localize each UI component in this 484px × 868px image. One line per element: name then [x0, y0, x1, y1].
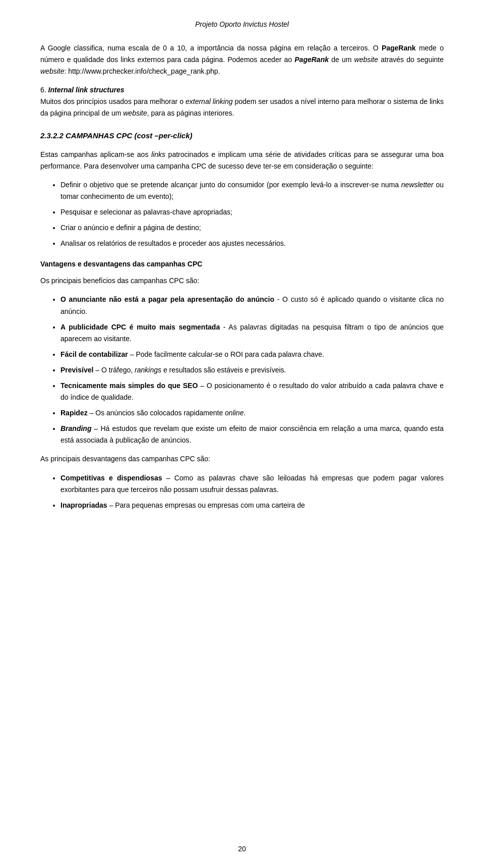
list-item: Definir o objetivo que se pretende alcan… [60, 179, 444, 202]
desvantagem-bold-2: Inapropriadas [60, 501, 107, 509]
pagerank-bold-2: PageRank [294, 56, 329, 64]
external-linking-italic: external linking [186, 97, 233, 105]
subsection-title: 2.3.2.2 CAMPANHAS CPC (cost –per-click) [40, 130, 444, 142]
list-item: Branding – Há estudos que revelam que ex… [60, 423, 444, 446]
newsletter-italic: newsletter [401, 181, 434, 189]
online-italic: online [225, 409, 244, 417]
vantagem-rest-4b: e resultados são estáveis e previsíveis. [161, 366, 286, 374]
page: Projeto Oporto Invictus Hostel A Google … [0, 0, 484, 868]
desvantagem-bold-1: Competitivas e dispendiosas [60, 474, 162, 482]
intro-text-3: de um [329, 56, 354, 64]
intro-paragraph: A Google classifica, numa escala de 0 a … [40, 42, 444, 77]
vantagem-bold-2: A publicidade CPC é muito mais segmentad… [60, 323, 220, 331]
vantagem-rest-3: – Pode facilmente calcular-se o ROI para… [128, 350, 324, 358]
desvantagem-rest-2: – Para pequenas empresas ou empresas com… [107, 501, 305, 509]
vantagem-bold-4: Previsível [60, 366, 93, 374]
section-body-text-3: , para as páginas interiores. [147, 109, 234, 117]
list-item: Criar o anúncio e definir a página de de… [60, 222, 444, 234]
vantagem-bold-5: Tecnicamente mais simples do que SEO [60, 382, 198, 390]
campanhas-intro-paragraph: Estas campanhas aplicam-se aos links pat… [40, 149, 444, 172]
vantagem-bold-1: O anunciante não está a pagar pela apres… [60, 295, 274, 303]
desvantagens-list: Competitivas e dispendiosas – Como as pa… [60, 472, 444, 511]
list-item: Competitivas e dispendiosas – Como as pa… [60, 472, 444, 496]
vantagem-bold-6: Rapidez [60, 409, 88, 417]
pagerank-bold-1: PageRank [382, 44, 416, 52]
rankings-italic: rankings [135, 366, 161, 374]
content-area: A Google classifica, numa escala de 0 a … [40, 42, 444, 511]
links-italic: links [151, 150, 165, 158]
campanhas-bullet-list: Definir o objetivo que se pretende alcan… [60, 179, 444, 249]
list-item: A publicidade CPC é muito mais segmentad… [60, 321, 444, 345]
list-item: Previsível – O tráfego, rankings e resul… [60, 364, 444, 376]
section-number: 6. [40, 86, 48, 94]
intro-text-4: através do seguinte [378, 56, 444, 64]
vantagens-list: O anunciante não está a pagar pela apres… [60, 294, 444, 446]
list-item: Tecnicamente mais simples do que SEO – O… [60, 380, 444, 403]
desvantagens-intro: As principais desvantagens das campanhas… [40, 453, 444, 465]
vantagem-rest-7: – Há estudos que revelam que existe um e… [60, 424, 444, 444]
list-item: Analisar os relatórios de resultados e p… [60, 238, 444, 249]
list-item: Inapropriadas – Para pequenas empresas o… [60, 500, 444, 511]
list-item: Pesquisar e selecionar as palavras-chave… [60, 206, 444, 218]
intro-text-1: A Google classifica, numa escala de 0 a … [40, 44, 382, 52]
vantagem-rest-4: – O tráfego, [93, 366, 135, 374]
vantagem-rest-6: – Os anúncios são colocados rapidamente [88, 409, 225, 417]
vantagens-intro: Os principais benefícios das campanhas C… [40, 275, 444, 287]
list-item: Rapidez – Os anúncios são colocados rapi… [60, 407, 444, 419]
page-title: Projeto Oporto Invictus Hostel [40, 20, 444, 28]
section-heading: Internal link structures [48, 86, 125, 94]
intro-text-5: : http://www.prchecker.info/check_page_r… [64, 67, 220, 75]
vantagem-rest-6b: . [244, 409, 246, 417]
section-body-text: Muitos dos princípios usados para melhor… [40, 97, 186, 105]
bullet-text-3: Criar o anúncio e definir a página de de… [60, 224, 201, 232]
list-item: O anunciante não está a pagar pela apres… [60, 294, 444, 317]
website-italic-1: website [354, 56, 378, 64]
vantagem-bold-7: Branding [60, 424, 91, 432]
website-italic-3: website [123, 109, 147, 117]
website-italic-2: website [40, 67, 64, 75]
vantagem-bold-3: Fácil de contabilizar [60, 350, 128, 358]
campanhas-text-1: Estas campanhas aplicam-se aos [40, 150, 151, 158]
vantagens-heading: Vantagens e desvantagens das campanhas C… [40, 258, 444, 270]
bullet-text-4: Analisar os relatórios de resultados e p… [60, 239, 286, 247]
list-item: Fácil de contabilizar – Pode facilmente … [60, 349, 444, 360]
page-number: 20 [0, 845, 484, 853]
bullet-text-1: Definir o objetivo que se pretende alcan… [60, 181, 401, 189]
section-6-paragraph: 6. Internal link structures Muitos dos p… [40, 84, 444, 119]
bullet-text-2: Pesquisar e selecionar as palavras-chave… [60, 208, 232, 216]
